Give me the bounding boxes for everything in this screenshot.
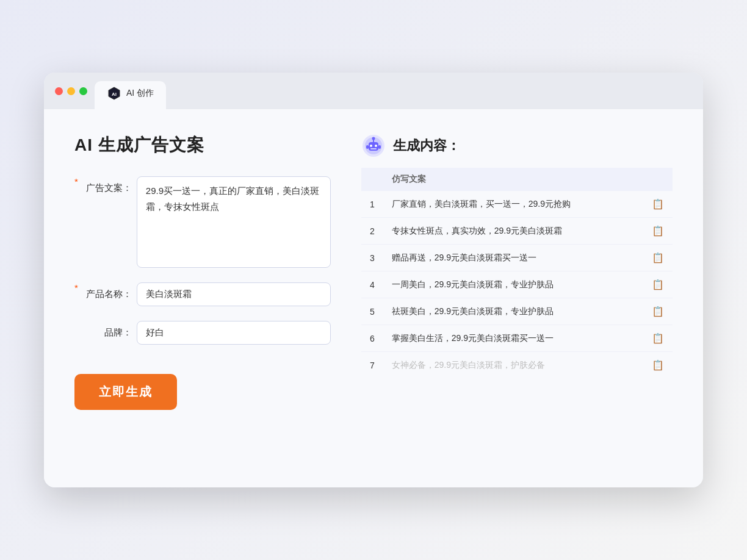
row-number: 2 — [361, 218, 383, 245]
label-ad-copy: 广告文案： — [83, 176, 132, 194]
svg-text:AI: AI — [112, 92, 117, 97]
browser-window: AI AI 创作 AI 生成广告文案 * 广告文案： 29.9买一送一，真正的厂… — [44, 73, 703, 487]
row-text: 一周美白，29.9元美白淡斑霜，专业护肤品 — [383, 271, 643, 298]
row-number: 6 — [361, 325, 383, 352]
copy-button[interactable]: 📋 — [643, 191, 673, 218]
form-group-brand: * 品牌： — [74, 321, 331, 345]
svg-point-5 — [370, 145, 372, 147]
row-text: 专抹女性斑点，真实功效，29.9元美白淡斑霜 — [383, 218, 643, 245]
row-number: 3 — [361, 245, 383, 271]
row-text: 女神必备，29.9元美白淡斑霜，护肤必备 — [383, 352, 643, 379]
svg-point-9 — [372, 137, 375, 140]
table-row: 4一周美白，29.9元美白淡斑霜，专业护肤品📋 — [361, 271, 673, 298]
row-text: 祛斑美白，29.9元美白淡斑霜，专业护肤品 — [383, 298, 643, 325]
table-row: 1厂家直销，美白淡斑霜，买一送一，29.9元抢购📋 — [361, 191, 673, 218]
table-row: 5祛斑美白，29.9元美白淡斑霜，专业护肤品📋 — [361, 298, 673, 325]
browser-titlebar: AI AI 创作 — [44, 73, 703, 109]
label-product-name: 产品名称： — [83, 282, 132, 300]
brand-input[interactable] — [137, 321, 331, 345]
close-button[interactable] — [55, 87, 63, 95]
copy-button[interactable]: 📋 — [643, 245, 673, 271]
col-num — [361, 168, 383, 191]
col-text: 仿写文案 — [383, 168, 643, 191]
row-number: 7 — [361, 352, 383, 379]
form-group-product-name: * 产品名称： — [74, 282, 331, 306]
copy-button[interactable]: 📋 — [643, 352, 673, 379]
row-number: 1 — [361, 191, 383, 218]
copy-button[interactable]: 📋 — [643, 218, 673, 245]
right-panel: 生成内容： 仿写文案 1厂家直销，美白淡斑霜，买一送一，29.9元抢购📋2专抹女… — [361, 134, 673, 463]
browser-content: AI 生成广告文案 * 广告文案： 29.9买一送一，真正的厂家直销，美白淡斑霜… — [44, 109, 703, 487]
results-table: 仿写文案 1厂家直销，美白淡斑霜，买一送一，29.9元抢购📋2专抹女性斑点，真实… — [361, 168, 673, 378]
ad-copy-textarea[interactable]: 29.9买一送一，真正的厂家直销，美白淡斑霜，专抹女性斑点 — [137, 176, 331, 268]
col-copy — [643, 168, 673, 191]
tab-label: AI 创作 — [126, 88, 154, 99]
row-number: 4 — [361, 271, 383, 298]
required-star-product: * — [74, 282, 78, 293]
page-title: AI 生成广告文案 — [74, 134, 331, 157]
row-text: 掌握美白生活，29.9元美白淡斑霜买一送一 — [383, 325, 643, 352]
row-text: 赠品再送，29.9元美白淡斑霜买一送一 — [383, 245, 643, 271]
copy-button[interactable]: 📋 — [643, 325, 673, 352]
left-panel: AI 生成广告文案 * 广告文案： 29.9买一送一，真正的厂家直销，美白淡斑霜… — [74, 134, 331, 463]
results-title: 生成内容： — [393, 137, 460, 155]
required-star-ad: * — [74, 176, 78, 187]
svg-rect-7 — [370, 148, 377, 149]
maximize-button[interactable] — [79, 87, 87, 95]
table-row: 6掌握美白生活，29.9元美白淡斑霜买一送一📋 — [361, 325, 673, 352]
minimize-button[interactable] — [67, 87, 75, 95]
ai-tab[interactable]: AI AI 创作 — [95, 81, 166, 109]
svg-point-6 — [375, 145, 377, 147]
results-header: 生成内容： — [361, 134, 673, 158]
generate-button[interactable]: 立即生成 — [74, 374, 177, 410]
product-name-input[interactable] — [137, 282, 331, 306]
ai-tab-icon: AI — [107, 86, 121, 101]
form-group-ad-copy: * 广告文案： 29.9买一送一，真正的厂家直销，美白淡斑霜，专抹女性斑点 — [74, 176, 331, 268]
svg-rect-10 — [366, 145, 369, 149]
row-text: 厂家直销，美白淡斑霜，买一送一，29.9元抢购 — [383, 191, 643, 218]
copy-button[interactable]: 📋 — [643, 298, 673, 325]
bot-icon — [361, 134, 386, 158]
svg-rect-11 — [378, 145, 381, 149]
traffic-lights — [55, 87, 87, 104]
copy-button[interactable]: 📋 — [643, 271, 673, 298]
label-brand: 品牌： — [83, 321, 132, 339]
table-row: 2专抹女性斑点，真实功效，29.9元美白淡斑霜📋 — [361, 218, 673, 245]
table-row: 3赠品再送，29.9元美白淡斑霜买一送一📋 — [361, 245, 673, 271]
row-number: 5 — [361, 298, 383, 325]
table-row: 7女神必备，29.9元美白淡斑霜，护肤必备📋 — [361, 352, 673, 379]
